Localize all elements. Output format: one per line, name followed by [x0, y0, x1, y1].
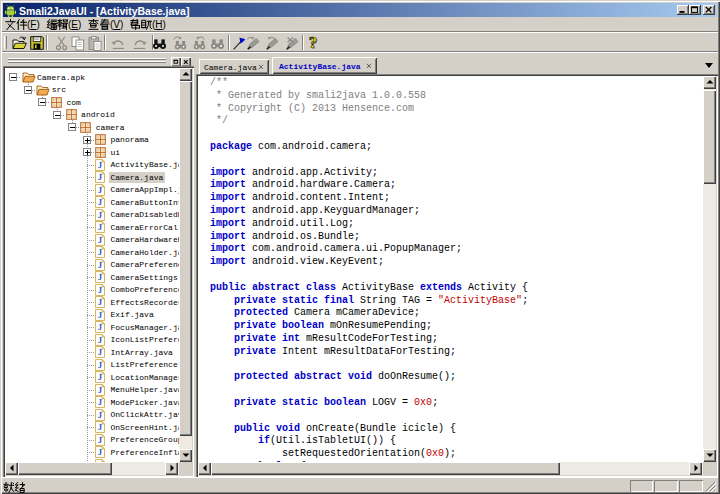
svg-text:J: J — [98, 374, 102, 383]
svg-text:J: J — [98, 161, 102, 170]
svg-text:J: J — [98, 386, 102, 395]
svg-text:J: J — [98, 399, 102, 408]
svg-text:J: J — [98, 249, 102, 258]
svg-text:J: J — [98, 411, 102, 420]
svg-text:J: J — [98, 336, 102, 345]
svg-text:J: J — [98, 199, 102, 208]
svg-text:J: J — [98, 274, 102, 283]
svg-text:J: J — [98, 224, 102, 233]
svg-text:?: ? — [309, 34, 318, 52]
svg-text:J: J — [98, 174, 102, 183]
svg-text:J: J — [98, 361, 102, 370]
svg-text:J: J — [98, 299, 102, 308]
svg-text:J: J — [98, 236, 102, 245]
svg-text:J: J — [98, 424, 102, 433]
svg-text:J: J — [98, 436, 102, 445]
svg-text:J: J — [98, 186, 102, 195]
svg-text:J: J — [98, 449, 102, 458]
svg-text:J: J — [98, 261, 102, 270]
svg-text:J: J — [98, 211, 102, 220]
svg-text:J: J — [98, 286, 102, 295]
svg-text:J: J — [98, 349, 102, 358]
svg-text:J: J — [98, 311, 102, 320]
svg-text:J: J — [98, 324, 102, 333]
